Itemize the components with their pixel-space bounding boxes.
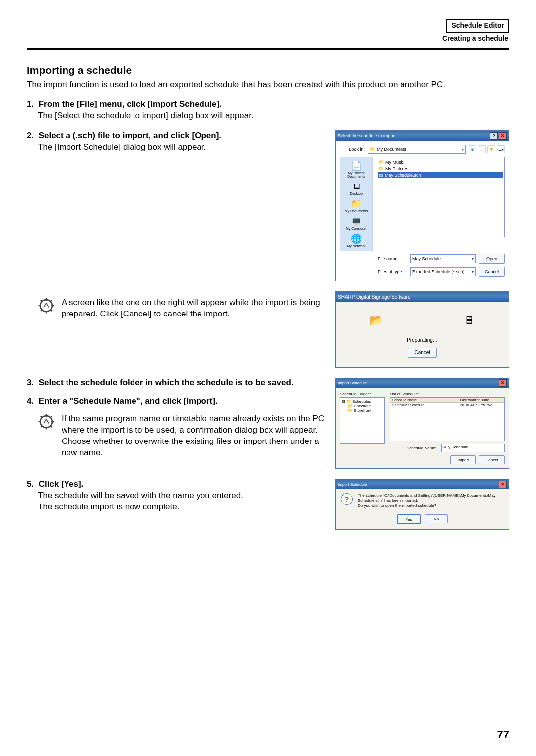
- svg-line-7: [50, 300, 52, 302]
- schedule-list[interactable]: Schedule Name Last Modified Time Septemb…: [390, 397, 505, 441]
- svg-line-5: [41, 300, 42, 302]
- svg-line-17: [41, 426, 42, 427]
- tip1-text: A screen like the one on the right will …: [62, 297, 325, 320]
- confirm-msg1: The schedule "C:\Documents and Settings\…: [358, 493, 504, 504]
- question-icon: ?: [341, 493, 353, 505]
- folder-icon: 📁: [348, 408, 353, 413]
- header-subtitle: Creating a schedule: [27, 34, 509, 44]
- step1-title: From the [File] menu, click [Import Sche…: [39, 99, 222, 109]
- folder-icon: 📁: [346, 399, 351, 404]
- header-title-box: Schedule Editor: [446, 19, 509, 33]
- svg-line-14: [41, 416, 42, 418]
- schedule-list-label: List of Schedule:: [390, 392, 505, 396]
- step5-body1: The schedule will be saved with the name…: [38, 490, 325, 502]
- tip1: A screen like the one on the right will …: [38, 297, 325, 320]
- filetype-label: Files of type:: [375, 269, 407, 274]
- folder-icon: 📁: [348, 404, 353, 408]
- place-recent[interactable]: 📄My Recent Documents: [340, 159, 372, 179]
- places-bar: 📄My Recent Documents 🖥Desktop 📁My Docume…: [340, 157, 373, 251]
- filename-field[interactable]: May Schedule: [410, 254, 476, 263]
- tree-root[interactable]: ⊟📁Schedules: [342, 399, 383, 404]
- svg-line-16: [50, 416, 52, 418]
- progress-dialog-title: SHARP Digital Signage Software: [338, 294, 411, 300]
- step4: 4. Enter a "Schedule Name", and click [I…: [27, 396, 325, 407]
- schedule-name-input[interactable]: July Schedule: [441, 444, 505, 452]
- tree-item-checkout[interactable]: 📁Checkout: [342, 404, 383, 408]
- close-icon[interactable]: ✕: [499, 132, 507, 140]
- progress-status: Preparating…: [407, 337, 438, 343]
- tree-item-storefront[interactable]: 📁Storefront: [342, 408, 383, 413]
- step5-title: Click [Yes].: [39, 479, 84, 489]
- file-item-selected[interactable]: ▤May Schedule.sch: [378, 172, 503, 178]
- import-button[interactable]: Import: [450, 455, 476, 464]
- progress-dialog-titlebar: SHARP Digital Signage Software: [336, 292, 509, 302]
- step3: 3. Select the schedule folder in which t…: [27, 378, 325, 389]
- close-icon[interactable]: ✕: [499, 379, 507, 387]
- confirm-dialog-titlebar: Import Schedule ✕: [336, 479, 509, 489]
- import-schedule-dialog: Import Schedule ✕ Schedule Folder : ⊟📁Sc…: [335, 378, 509, 469]
- confirm-dialog: Import Schedule ✕ ? The schedule "C:\Doc…: [335, 479, 509, 530]
- file-open-dialog-title: Select the schedule to import.: [338, 133, 397, 138]
- new-folder-icon[interactable]: ✱: [487, 145, 495, 153]
- import-schedule-titlebar: Import Schedule ✕: [336, 378, 509, 388]
- step3-title: Select the schedule folder in which the …: [39, 378, 294, 387]
- svg-line-8: [41, 310, 42, 311]
- schedule-name-label: Schedule Name:: [407, 446, 436, 450]
- filename-label: File name:: [375, 256, 407, 261]
- place-mycomputer[interactable]: 💻My Computer: [340, 215, 372, 231]
- place-mydocs[interactable]: 📁My Documents: [340, 197, 372, 214]
- step4-title: Enter a "Schedule Name", and click [Impo…: [39, 396, 218, 406]
- step2: 2. Select a (.sch) file to import, and c…: [27, 130, 325, 153]
- lookin-combo[interactable]: 📁 My Documents: [368, 145, 466, 154]
- svg-line-6: [50, 310, 52, 311]
- file-open-dialog: Select the schedule to import. ? ✕ Look …: [335, 130, 509, 281]
- tip-icon: [38, 413, 55, 430]
- intro-text: The import function is used to load an e…: [27, 79, 509, 91]
- step2-body: The [Import Schedule] dialog box will ap…: [38, 142, 325, 153]
- step5-body2: The schedule import is now complete.: [38, 502, 325, 513]
- step1: 1. From the [File] menu, click [Import S…: [27, 99, 509, 122]
- place-desktop[interactable]: 🖥Desktop: [340, 180, 372, 196]
- folder-tree-label: Schedule Folder :: [340, 392, 385, 396]
- file-open-dialog-titlebar: Select the schedule to import. ? ✕: [336, 131, 509, 141]
- tip2-text: If the same program name or timetable na…: [62, 413, 325, 459]
- back-icon[interactable]: ◉: [469, 145, 476, 153]
- step2-title: Select a (.sch) file to import, and clic…: [39, 131, 221, 140]
- col-schedule-name[interactable]: Schedule Name: [390, 398, 458, 402]
- filetype-field[interactable]: Exported Schedule (*.sch): [410, 267, 476, 276]
- open-button[interactable]: Open: [479, 254, 505, 264]
- file-icon: ▤: [379, 173, 383, 178]
- place-network[interactable]: 🌐My Network: [340, 232, 372, 249]
- folder-icon: 📁: [379, 166, 384, 171]
- display-icon: 🖥: [461, 314, 477, 327]
- folder-icon: 📁: [379, 160, 384, 164]
- file-list[interactable]: 📁My Music 📁My Pictures ▤May Schedule.sch: [376, 157, 505, 237]
- view-menu-icon[interactable]: ☰▾: [497, 145, 505, 153]
- folder-tree[interactable]: ⊟📁Schedules 📁Checkout 📁Storefront: [340, 397, 385, 444]
- up-one-level-icon[interactable]: ⤴: [478, 145, 486, 153]
- divider: [27, 48, 509, 50]
- header: Schedule Editor Creating a schedule: [27, 19, 509, 43]
- no-button[interactable]: No: [425, 514, 448, 523]
- folder-icon: 📁: [370, 147, 375, 152]
- cancel-button[interactable]: Cancel: [479, 267, 505, 277]
- step1-body: The [Select the schedule to import] dial…: [38, 110, 509, 122]
- section-title: Importing a schedule: [27, 64, 509, 76]
- step5: 5. Click [Yes]. The schedule will be sav…: [27, 479, 325, 513]
- tip-icon: [38, 297, 55, 314]
- col-modified-time[interactable]: Last Modified Time: [458, 398, 504, 402]
- schedule-row[interactable]: September Schedule 2010/04/07 17:51:52: [390, 403, 504, 407]
- confirm-msg2: Do you wish to open the imported schedul…: [358, 504, 504, 508]
- close-icon[interactable]: ✕: [499, 481, 507, 488]
- file-item-music[interactable]: 📁My Music: [378, 159, 503, 165]
- cancel-button[interactable]: Cancel: [479, 455, 505, 464]
- tip2: If the same program name or timetable na…: [38, 413, 325, 459]
- folder-icon: 📂: [368, 314, 384, 327]
- progress-cancel-button[interactable]: Cancel: [408, 348, 437, 358]
- svg-line-15: [50, 426, 52, 427]
- lookin-label: Look in:: [340, 147, 365, 152]
- help-icon[interactable]: ?: [490, 132, 498, 140]
- file-item-pictures[interactable]: 📁My Pictures: [378, 165, 503, 172]
- page-number: 77: [497, 728, 509, 741]
- yes-button[interactable]: Yes: [397, 514, 421, 524]
